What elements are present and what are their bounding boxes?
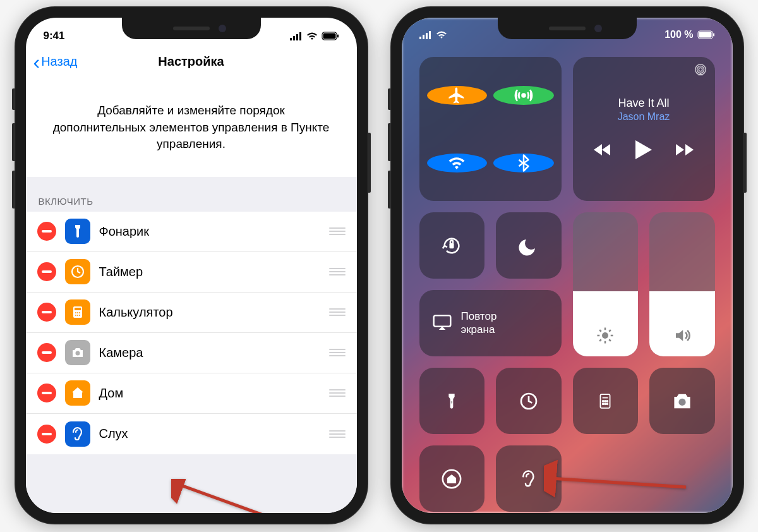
list-item-label: Камера: [99, 346, 329, 360]
connectivity-module: [419, 57, 562, 201]
do-not-disturb-toggle[interactable]: [496, 212, 562, 279]
list-item-flashlight[interactable]: Фонарик: [26, 212, 357, 252]
list-item-camera[interactable]: Камера: [26, 333, 357, 373]
hearing-button[interactable]: [496, 445, 562, 512]
bluetooth-toggle[interactable]: [493, 154, 554, 172]
svg-rect-21: [429, 31, 431, 39]
screen-mirroring-icon: [432, 313, 452, 334]
svg-rect-6: [337, 35, 339, 38]
flashlight-button[interactable]: [419, 368, 485, 434]
svg-rect-24: [713, 33, 714, 37]
list-item-label: Фонарик: [99, 224, 329, 239]
battery-icon: [697, 30, 715, 39]
svg-line-37: [599, 339, 601, 341]
cellular-icon: [419, 30, 432, 39]
remove-button[interactable]: [37, 425, 56, 444]
brightness-slider[interactable]: [573, 212, 639, 356]
reorder-handle[interactable]: [329, 430, 346, 438]
remove-button[interactable]: [37, 303, 56, 322]
svg-rect-5: [323, 33, 335, 39]
svg-point-47: [603, 403, 604, 404]
next-track-button[interactable]: [676, 143, 694, 159]
flashlight-icon: [65, 219, 90, 244]
wifi-icon: [306, 32, 318, 40]
phone-mockup-control-center: 100 % Have It All Jason Mraz: [390, 6, 744, 524]
remove-button[interactable]: [37, 222, 56, 241]
included-controls-list: Фонарик Таймер Калькулятор: [26, 212, 357, 454]
music-module[interactable]: Have It All Jason Mraz: [573, 57, 715, 201]
svg-point-49: [606, 403, 608, 404]
svg-point-14: [77, 315, 78, 316]
section-header-include: ВКЛЮЧИТЬ: [26, 177, 357, 212]
battery-icon: [322, 32, 339, 40]
home-button[interactable]: [419, 445, 485, 512]
list-item-label: Слух: [99, 426, 329, 441]
reorder-handle[interactable]: [329, 349, 346, 356]
ear-icon: [65, 421, 90, 447]
wifi-toggle[interactable]: [427, 154, 488, 172]
svg-rect-23: [699, 32, 711, 38]
svg-rect-20: [426, 33, 428, 39]
status-time: 9:41: [44, 30, 65, 42]
timer-button[interactable]: [496, 368, 562, 434]
svg-point-26: [699, 68, 702, 71]
svg-rect-0: [290, 38, 292, 40]
list-item-home[interactable]: Дом: [26, 373, 357, 414]
chevron-left-icon: ‹: [33, 52, 40, 72]
svg-rect-1: [293, 36, 295, 40]
svg-point-30: [602, 332, 608, 339]
camera-icon: [65, 340, 90, 365]
svg-point-10: [75, 312, 76, 313]
airplane-mode-toggle[interactable]: [427, 86, 488, 105]
nav-bar: ‹ Назад Настройка: [26, 45, 357, 78]
svg-rect-19: [423, 35, 424, 39]
home-icon: [65, 380, 90, 406]
svg-point-16: [75, 351, 80, 356]
svg-point-12: [79, 312, 80, 313]
phone-mockup-settings: 9:41 ‹ Назад Настройка Добавляйте и изме…: [15, 6, 368, 524]
svg-point-44: [603, 400, 604, 401]
list-item-label: Таймер: [99, 265, 329, 279]
prev-track-button[interactable]: [594, 143, 611, 159]
calculator-button[interactable]: [573, 368, 639, 434]
list-item-hearing[interactable]: Слух: [26, 414, 357, 454]
list-item-timer[interactable]: Таймер: [26, 252, 357, 293]
calculator-icon: [65, 299, 90, 325]
volume-slider[interactable]: [649, 212, 715, 356]
screen-mirroring-label: Повтор экрана: [461, 310, 497, 336]
svg-point-11: [77, 312, 78, 313]
reorder-handle[interactable]: [329, 268, 346, 275]
reorder-handle[interactable]: [329, 389, 346, 397]
screen-mirroring-button[interactable]: Повтор экрана: [419, 290, 562, 356]
notch: [498, 18, 637, 39]
rotation-lock-toggle[interactable]: [419, 212, 485, 279]
svg-point-50: [678, 398, 685, 405]
svg-line-38: [610, 330, 611, 332]
svg-point-27: [697, 66, 704, 73]
svg-line-36: [610, 339, 611, 341]
battery-percent: 100 %: [665, 29, 693, 40]
page-title: Настройка: [158, 54, 224, 69]
svg-rect-9: [75, 308, 81, 310]
reorder-handle[interactable]: [329, 308, 346, 316]
remove-button[interactable]: [37, 384, 56, 402]
back-button[interactable]: ‹ Назад: [33, 52, 78, 72]
svg-point-15: [79, 315, 80, 316]
notch: [122, 18, 261, 39]
remove-button[interactable]: [37, 343, 56, 362]
svg-rect-39: [433, 315, 450, 326]
svg-rect-40: [451, 401, 452, 404]
back-label: Назад: [41, 54, 77, 69]
remove-button[interactable]: [37, 262, 56, 281]
svg-point-13: [75, 315, 76, 316]
svg-rect-2: [296, 34, 298, 40]
reorder-handle[interactable]: [329, 227, 346, 235]
svg-point-45: [605, 400, 606, 401]
list-item-calculator[interactable]: Калькулятор: [26, 293, 357, 333]
camera-button[interactable]: [649, 368, 715, 434]
list-item-label: Дом: [99, 386, 329, 401]
play-button[interactable]: [635, 140, 652, 162]
cellular-data-toggle[interactable]: [493, 86, 554, 105]
cellular-icon: [290, 32, 303, 40]
volume-icon: [649, 326, 715, 356]
